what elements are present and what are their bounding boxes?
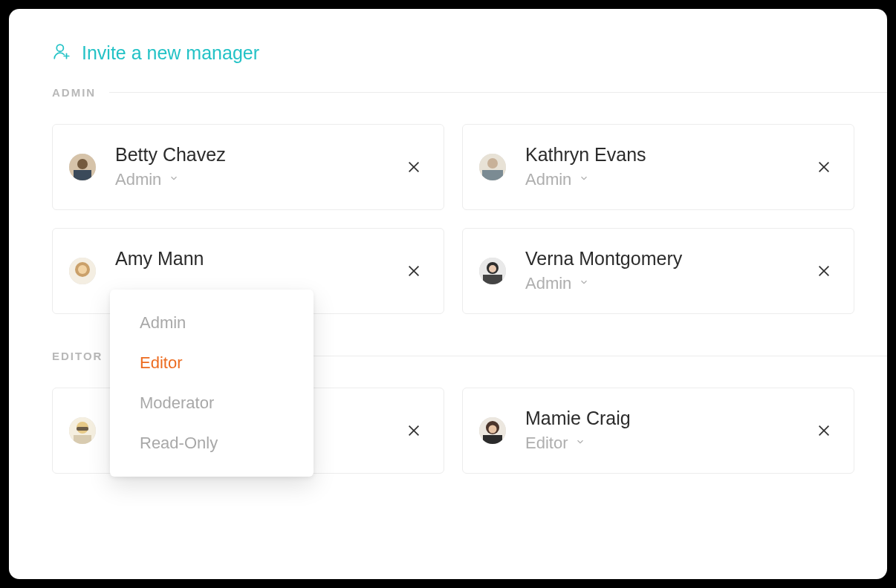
svg-point-0 [56,45,63,51]
svg-point-20 [489,265,496,272]
role-option-readonly[interactable]: Read-Only [110,423,314,463]
svg-rect-5 [74,170,91,180]
invite-manager-label: Invite a new manager [82,42,259,64]
manager-name: Kathryn Evans [525,145,815,166]
avatar [479,417,506,444]
section-title: EDITOR [52,350,103,362]
user-plus-icon [52,42,71,64]
role-dropdown-trigger[interactable]: Admin [115,170,405,189]
svg-point-15 [78,265,87,274]
avatar [69,417,96,444]
manager-role: Admin [525,170,571,189]
role-option-admin[interactable]: Admin [110,303,314,343]
role-option-moderator[interactable]: Moderator [110,383,314,423]
manager-role: Admin [115,170,161,189]
manager-role: Editor [525,434,568,453]
role-dropdown-menu: Admin Editor Moderator Read-Only [110,290,314,477]
svg-rect-10 [482,170,503,180]
manager-card-text: Verna Montgomery Admin [525,249,815,293]
manager-name: Verna Montgomery [525,249,815,270]
avatar [69,154,96,180]
svg-point-9 [487,158,498,169]
chevron-down-icon [575,437,585,450]
avatar [69,258,96,284]
manager-card: Mamie Craig Editor [462,388,854,474]
remove-manager-button[interactable] [405,158,423,176]
avatar [479,154,506,180]
section-title: ADMIN [52,86,96,99]
managers-panel: Invite a new manager ADMIN Betty Chavez … [9,9,887,579]
section-rule [109,92,887,93]
manager-role: Admin [525,274,571,293]
manager-card-text: Kathryn Evans Admin [525,145,815,189]
manager-name: Mamie Craig [525,408,815,429]
role-dropdown-trigger[interactable]: Admin [525,170,815,189]
manager-card-text: Mamie Craig Editor [525,408,815,453]
chevron-down-icon [579,277,589,290]
svg-rect-26 [77,427,88,431]
section-header-admin: ADMIN [9,86,887,99]
role-dropdown-trigger[interactable]: Editor [525,434,815,453]
avatar [479,258,506,284]
chevron-down-icon [579,173,589,186]
manager-card: Betty Chavez Admin [52,124,444,210]
role-option-editor[interactable]: Editor [110,343,314,383]
invite-manager-button[interactable]: Invite a new manager [9,42,887,86]
role-dropdown-trigger[interactable]: Admin [525,274,815,293]
remove-manager-button[interactable] [815,262,833,280]
svg-rect-33 [483,435,502,444]
manager-name: Amy Mann [115,249,405,270]
svg-rect-27 [74,435,91,444]
svg-point-4 [77,159,88,169]
remove-manager-button[interactable] [815,158,833,176]
manager-name: Betty Chavez [115,145,405,166]
manager-card: Kathryn Evans Admin [462,124,854,210]
manager-card-text: Betty Chavez Admin [115,145,405,189]
remove-manager-button[interactable] [405,422,423,440]
manager-card-text: Amy Mann Admin [115,249,405,293]
remove-manager-button[interactable] [405,262,423,280]
svg-point-32 [489,425,497,434]
svg-rect-21 [483,275,502,284]
manager-card: Verna Montgomery Admin [462,228,854,314]
chevron-down-icon [169,173,179,186]
remove-manager-button[interactable] [815,422,833,440]
